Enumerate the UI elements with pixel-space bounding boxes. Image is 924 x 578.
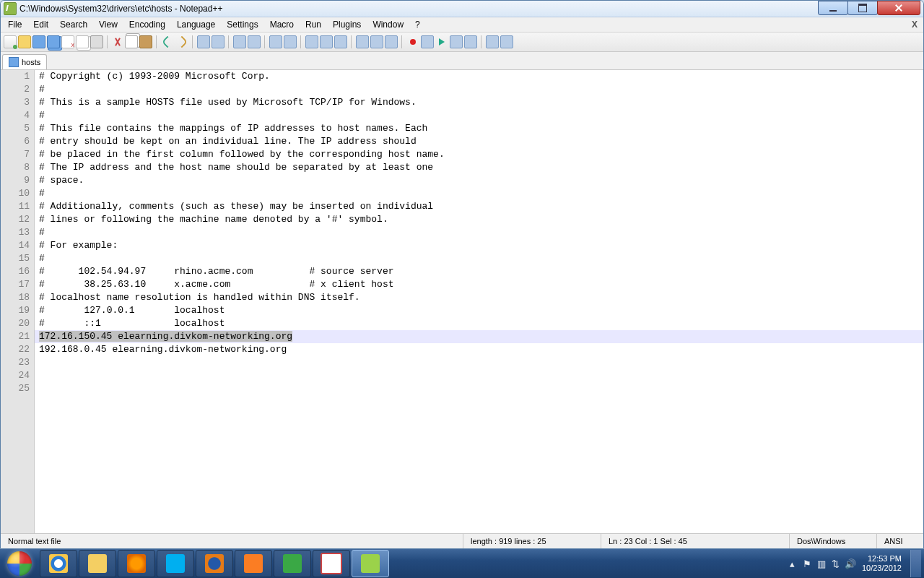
user-lang-button[interactable] [356, 35, 369, 48]
start-button[interactable] [0, 549, 39, 578]
minimize-button[interactable] [818, 1, 848, 15]
toolbar-sep [192, 35, 193, 48]
tab-label: hosts [22, 58, 40, 66]
redo-button[interactable] [175, 35, 188, 48]
menu-help[interactable]: ? [409, 18, 426, 31]
copy-button[interactable] [125, 35, 138, 48]
menu-window[interactable]: Window [367, 18, 409, 31]
paste-button[interactable] [139, 35, 152, 48]
toolbar-sep [351, 35, 352, 48]
titlebar[interactable]: C:\Windows\System32\drivers\etc\hosts - … [1, 1, 923, 17]
menu-encoding[interactable]: Encoding [123, 18, 171, 31]
notepadpp-icon [361, 554, 380, 573]
status-length: length : 919 lines : 25 [463, 534, 601, 548]
toolbar-sep [481, 35, 482, 48]
taskbar-ie[interactable] [40, 550, 77, 577]
power-icon[interactable]: ▥ [816, 558, 827, 569]
menu-language[interactable]: Language [171, 18, 221, 31]
statusbar: Normal text file length : 919 lines : 25… [1, 533, 923, 548]
toolbar-sep [107, 35, 108, 48]
file-icon [9, 57, 19, 67]
volume-icon[interactable]: 🔊 [845, 558, 856, 569]
status-position: Ln : 23 Col : 1 Sel : 45 [601, 534, 789, 548]
sync-h-button[interactable] [284, 35, 297, 48]
menu-view[interactable]: View [93, 18, 123, 31]
app-icon [4, 2, 17, 15]
toolbar-sep [401, 35, 403, 48]
media-player-icon [127, 554, 146, 573]
spellcheck-button[interactable] [486, 35, 499, 48]
menu-search[interactable]: Search [54, 18, 93, 31]
close-button[interactable] [877, 1, 920, 15]
menubar: File Edit Search View Encoding Language … [1, 17, 923, 33]
editor[interactable]: 1234567891011121314151617181920212223242… [1, 70, 923, 533]
close-all-button[interactable] [76, 35, 89, 48]
taskbar-skype[interactable] [157, 550, 194, 577]
taskbar-notepadpp[interactable] [352, 550, 389, 577]
taskbar-paint[interactable] [313, 550, 350, 577]
macro-multi-button[interactable] [450, 35, 463, 48]
toolbar-sep [228, 35, 230, 48]
taskbar-idm[interactable] [274, 550, 311, 577]
status-eol: Dos\Windows [789, 534, 876, 548]
menu-macro[interactable]: Macro [264, 18, 300, 31]
skype-icon [166, 554, 185, 573]
find-button[interactable] [197, 35, 210, 48]
folder-view-button[interactable] [370, 35, 383, 48]
taskbar-clock[interactable]: 12:53 PM 10/23/2012 [859, 554, 907, 573]
notepadpp-window: C:\Windows\System32\drivers\etc\hosts - … [0, 0, 924, 549]
cut-button[interactable] [112, 36, 123, 48]
taskbar-firefox[interactable] [196, 550, 233, 577]
toolbar-extra-button[interactable] [500, 35, 513, 48]
action-center-icon[interactable]: ⚑ [801, 558, 813, 569]
close-file-button[interactable] [61, 35, 74, 48]
xampp-icon [244, 554, 263, 573]
show-all-chars-button[interactable] [320, 35, 333, 48]
wordwrap-button[interactable] [305, 35, 318, 48]
save-all-button[interactable] [47, 35, 60, 48]
macro-record-button[interactable] [406, 35, 419, 48]
idm-icon [283, 554, 302, 573]
menu-settings[interactable]: Settings [221, 18, 263, 31]
macro-play-button[interactable] [435, 35, 448, 48]
macro-save-button[interactable] [464, 35, 477, 48]
tab-hosts[interactable]: hosts [2, 54, 47, 69]
open-file-button[interactable] [18, 35, 31, 48]
print-button[interactable] [90, 35, 103, 48]
save-button[interactable] [32, 35, 45, 48]
toolbar-sep [300, 35, 302, 48]
tab-bar: hosts [1, 52, 923, 70]
indent-guide-button[interactable] [334, 35, 347, 48]
zoom-in-button[interactable] [233, 35, 246, 48]
menu-edit[interactable]: Edit [27, 18, 54, 31]
menu-plugins[interactable]: Plugins [327, 18, 367, 31]
undo-button[interactable] [161, 35, 174, 48]
clock-date: 10/23/2012 [862, 564, 902, 573]
menu-run[interactable]: Run [300, 18, 327, 31]
status-filetype: Normal text file [1, 534, 463, 548]
line-number-gutter: 1234567891011121314151617181920212223242… [1, 70, 35, 533]
taskbar-xampp[interactable] [235, 550, 272, 577]
menu-file[interactable]: File [2, 18, 27, 31]
new-file-button[interactable] [4, 35, 17, 48]
tray-expand-icon[interactable]: ▴ [787, 558, 798, 569]
sync-v-button[interactable] [269, 35, 282, 48]
explorer-icon [88, 554, 107, 573]
taskbar-explorer[interactable] [79, 550, 116, 577]
windows-orb-icon [7, 551, 32, 576]
taskbar[interactable]: ▴ ⚑ ▥ ⇅ 🔊 12:53 PM 10/23/2012 [0, 549, 924, 578]
toolbar-sep [264, 35, 266, 48]
system-tray[interactable]: ▴ ⚑ ▥ ⇅ 🔊 12:53 PM 10/23/2012 [784, 550, 924, 577]
maximize-button[interactable] [847, 1, 878, 15]
replace-button[interactable] [212, 35, 225, 48]
clock-time: 12:53 PM [862, 554, 902, 564]
code-area[interactable]: # Copyright (c) 1993-2009 Microsoft Corp… [35, 70, 923, 533]
func-list-button[interactable] [385, 35, 398, 48]
paint-icon [321, 553, 342, 574]
macro-stop-button[interactable] [421, 35, 434, 48]
menubar-close-x[interactable]: X [907, 20, 922, 30]
show-desktop-button[interactable] [910, 550, 921, 577]
zoom-out-button[interactable] [248, 35, 261, 48]
taskbar-media[interactable] [118, 550, 155, 577]
network-icon[interactable]: ⇅ [830, 558, 842, 569]
